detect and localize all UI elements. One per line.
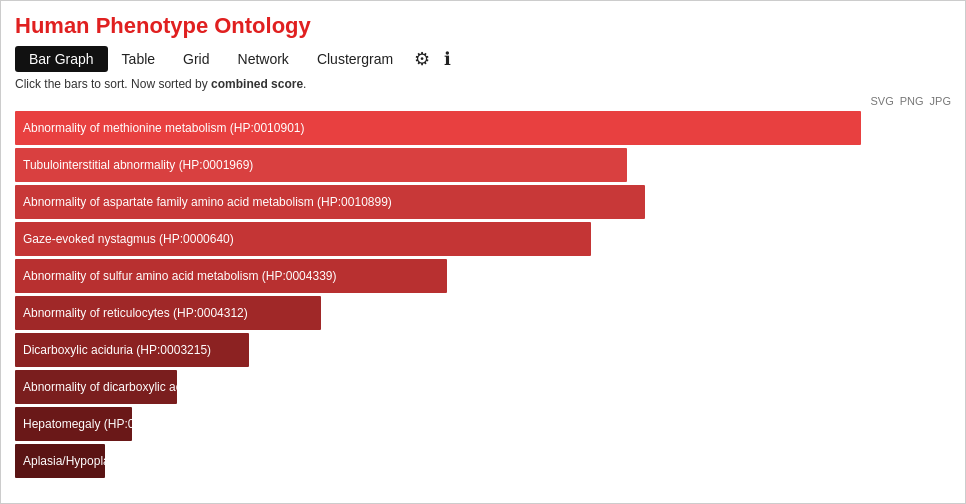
bar-item[interactable]: Abnormality of methionine metabolism (HP… — [15, 111, 861, 145]
tab-table[interactable]: Table — [108, 46, 169, 72]
gear-icon-button[interactable]: ⚙ — [407, 45, 437, 73]
sort-info-text: Click the bars to sort. Now sorted by — [15, 77, 211, 91]
sort-field: combined score — [211, 77, 303, 91]
bar-row[interactable]: Tubulointerstitial abnormality (HP:00019… — [15, 148, 951, 182]
bar-item[interactable]: Hepatomegaly (HP:0002240) — [15, 407, 132, 441]
bar-row[interactable]: Dicarboxylic aciduria (HP:0003215) — [15, 333, 951, 367]
bar-row[interactable]: Aplasia/Hypoplasia of the tibia (HP:0005… — [15, 444, 951, 478]
bar-row[interactable]: Abnormality of reticulocytes (HP:0004312… — [15, 296, 951, 330]
bar-item[interactable]: Tubulointerstitial abnormality (HP:00019… — [15, 148, 627, 182]
bar-chart: Abnormality of methionine metabolism (HP… — [15, 111, 951, 478]
bar-row[interactable]: Gaze-evoked nystagmus (HP:0000640) — [15, 222, 951, 256]
tab-network[interactable]: Network — [224, 46, 303, 72]
main-container: Human Phenotype Ontology Bar GraphTableG… — [0, 0, 966, 504]
bar-item[interactable]: Abnormality of aspartate family amino ac… — [15, 185, 645, 219]
export-svg[interactable]: SVG — [871, 95, 894, 107]
export-links: SVGPNGJPG — [15, 95, 951, 107]
bar-row[interactable]: Abnormality of aspartate family amino ac… — [15, 185, 951, 219]
bar-row[interactable]: Abnormality of dicarboxylic acid metabol… — [15, 370, 951, 404]
tab-clustergram[interactable]: Clustergram — [303, 46, 407, 72]
bar-item[interactable]: Aplasia/Hypoplasia of the tibia (HP:0005… — [15, 444, 105, 478]
bar-item[interactable]: Dicarboxylic aciduria (HP:0003215) — [15, 333, 249, 367]
bar-item[interactable]: Gaze-evoked nystagmus (HP:0000640) — [15, 222, 591, 256]
info-icon-button[interactable]: ℹ — [437, 45, 458, 73]
export-jpg[interactable]: JPG — [930, 95, 951, 107]
bar-item[interactable]: Abnormality of dicarboxylic acid metabol… — [15, 370, 177, 404]
bar-row[interactable]: Abnormality of sulfur amino acid metabol… — [15, 259, 951, 293]
page-title: Human Phenotype Ontology — [15, 13, 951, 39]
bar-row[interactable]: Hepatomegaly (HP:0002240) — [15, 407, 951, 441]
tab-bar-graph[interactable]: Bar Graph — [15, 46, 108, 72]
sort-info: Click the bars to sort. Now sorted by co… — [15, 77, 951, 91]
bar-item[interactable]: Abnormality of sulfur amino acid metabol… — [15, 259, 447, 293]
toolbar: Bar GraphTableGridNetworkClustergram⚙ℹ — [15, 45, 951, 73]
tab-grid[interactable]: Grid — [169, 46, 223, 72]
export-png[interactable]: PNG — [900, 95, 924, 107]
bar-item[interactable]: Abnormality of reticulocytes (HP:0004312… — [15, 296, 321, 330]
bar-row[interactable]: Abnormality of methionine metabolism (HP… — [15, 111, 951, 145]
